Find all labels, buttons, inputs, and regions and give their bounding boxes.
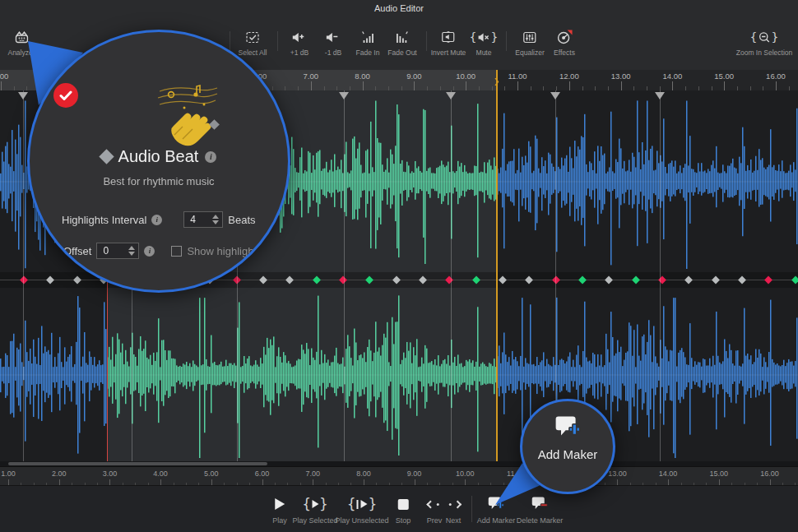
ruler-tick-label: 4.00 (153, 470, 168, 478)
play-selected-button[interactable]: {} Play Selected (292, 494, 337, 525)
marker-handle[interactable] (550, 92, 560, 99)
effects-button[interactable]: Effects (554, 28, 575, 57)
prev-icon (427, 494, 443, 514)
add-marker-flag-icon (554, 414, 582, 441)
add-marker-button[interactable]: Add Marker (477, 494, 516, 525)
play-unselected-label: Play Unselected (335, 516, 388, 525)
window-title: Audio Editor (0, 3, 798, 13)
prev-label: Prev (427, 516, 443, 525)
spin-up-icon[interactable] (128, 246, 135, 250)
play-selected-icon: {} (292, 494, 337, 514)
invert-mute-icon (431, 28, 466, 46)
analyzer-button[interactable]: Analyzer (7, 28, 35, 57)
spin-down-icon[interactable] (128, 252, 135, 256)
select-all-label: Select All (239, 49, 267, 57)
beat-diamond (605, 276, 613, 285)
timeline-ruler-bottom[interactable]: 1.002.003.004.005.006.007.008.009.0010.0… (0, 466, 798, 485)
selected-check-badge (53, 83, 78, 108)
play-icon (272, 494, 287, 514)
info-icon[interactable]: i (151, 215, 162, 225)
stop-icon (396, 494, 411, 514)
volume-minus-icon (325, 28, 341, 46)
delete-marker-button[interactable]: Delete Marker (517, 494, 564, 525)
offset-label: Offset (63, 245, 91, 257)
add-marker-callout-label: Add Maker (522, 447, 613, 461)
marker-handle[interactable] (655, 92, 665, 99)
ruler-tick-label: 15.00 (714, 72, 734, 81)
beat-panel-subtitle: Best for rhythmic music (30, 175, 288, 187)
beat-diamond (339, 276, 347, 285)
ruler-tick-label: 8.00 (356, 470, 371, 478)
beat-diamond (285, 276, 294, 285)
transport-bar: Play {} Play Selected {} Play Unselected… (0, 485, 798, 532)
play-unselected-button[interactable]: {} Play Unselected (335, 494, 388, 525)
beat-diamond (73, 276, 81, 285)
prev-button[interactable]: Prev (427, 494, 443, 525)
ruler-major-tick (311, 81, 312, 90)
equalizer-icon (515, 28, 544, 46)
fade-in-button[interactable]: Fade In (356, 28, 380, 57)
vol-up-button[interactable]: +1 dB (290, 28, 309, 57)
next-icon (446, 494, 462, 514)
playhead-line[interactable] (496, 70, 498, 461)
play-label: Play (272, 516, 287, 525)
equalizer-button[interactable]: Equalizer (515, 28, 544, 57)
marker-handle[interactable] (18, 92, 28, 99)
add-marker-icon (477, 494, 516, 514)
marker-handle[interactable] (339, 92, 349, 99)
highlights-interval-label: Highlights Interval (62, 214, 146, 226)
mute-button[interactable]: { } Mute (470, 28, 499, 57)
spin-up-icon[interactable] (212, 215, 219, 219)
waveform-channel-right[interactable] (0, 288, 798, 461)
toolbar-separator (277, 31, 278, 51)
next-button[interactable]: Next (446, 494, 462, 525)
interval-spinner[interactable]: 4 (183, 211, 223, 228)
stop-button[interactable]: Stop (396, 494, 411, 525)
zoom-in-selection-label: Zoom In Selection (736, 49, 793, 57)
spinner-arrows[interactable] (127, 246, 137, 256)
spin-down-icon[interactable] (212, 220, 219, 224)
beat-diamond (392, 276, 401, 285)
ruler-major-tick (363, 81, 364, 90)
playhead-handle[interactable]: ❯ (494, 77, 500, 86)
info-icon[interactable]: i (205, 151, 216, 163)
diamond-icon (99, 149, 114, 164)
ruler-tick-label: 16.00 (760, 470, 779, 478)
show-highlights-checkbox[interactable] (171, 246, 182, 257)
toolbar-separator (230, 31, 230, 51)
fade-out-button[interactable]: Fade Out (387, 28, 416, 57)
beat-diamond (578, 276, 587, 285)
scrollbar-thumb[interactable] (8, 462, 267, 465)
spinner-arrows[interactable] (211, 215, 220, 224)
beat-diamond (259, 276, 267, 285)
ruler-tick-label: 7.00 (304, 72, 319, 81)
transport-separator (471, 496, 472, 522)
marker-handle[interactable] (446, 92, 456, 99)
beat-diamond (632, 276, 640, 285)
fade-in-label: Fade In (356, 49, 380, 57)
invert-mute-button[interactable]: Invert Mute (431, 28, 466, 57)
zoom-in-selection-button[interactable]: { } Zoom In Selection (736, 28, 793, 57)
marker-line (344, 90, 345, 461)
beat-diamond (764, 276, 772, 285)
show-highlights-label: Show highlights (187, 245, 262, 257)
offset-spinner[interactable]: 0 (96, 243, 139, 259)
audio-beat-callout: Audio Beat i Best for rhythmic music Hig… (27, 30, 290, 293)
select-all-button[interactable]: Select All (239, 28, 267, 57)
delete-marker-label: Delete Marker (517, 516, 564, 525)
beat-diamond (791, 276, 798, 285)
play-button[interactable]: Play (272, 494, 287, 525)
audio-editor-window: Audio Editor Analyzer Select All (0, 0, 798, 532)
beat-diamond (738, 276, 746, 285)
ruler-tick-label: 10.00 (456, 72, 476, 81)
vol-down-label: -1 dB (325, 49, 341, 57)
ruler-tick-label: 13.00 (608, 470, 627, 478)
info-icon[interactable]: i (144, 246, 155, 257)
delete-marker-icon (517, 494, 564, 514)
vol-down-button[interactable]: -1 dB (325, 28, 341, 57)
offset-row: Offset 0 i Show highlights (63, 243, 262, 259)
clapping-hands-icon (135, 80, 225, 152)
fade-in-icon (356, 28, 380, 46)
ruler-major-tick (414, 81, 415, 90)
mute-icon: { } (470, 28, 499, 46)
